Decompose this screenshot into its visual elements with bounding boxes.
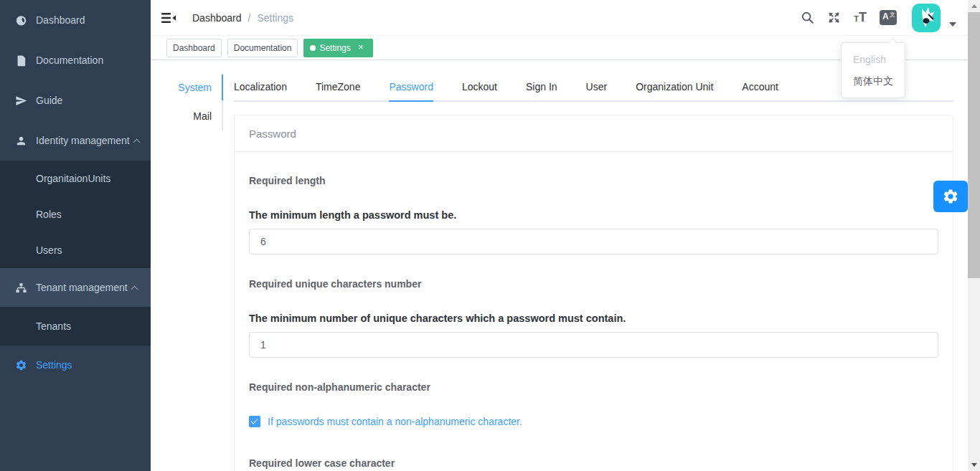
field-label: The minimum number of unique characters … — [249, 313, 938, 324]
required-unique-chars-group: Required unique characters number The mi… — [249, 278, 938, 358]
tab-system[interactable]: System — [151, 73, 223, 102]
gear-icon — [942, 188, 959, 205]
dashboard-icon — [14, 14, 27, 27]
chevron-up-icon — [131, 285, 138, 292]
sitemap-icon — [14, 281, 27, 294]
fullscreen-icon[interactable] — [827, 11, 841, 24]
tab-account[interactable]: Account — [742, 73, 778, 100]
caret-down-icon[interactable] — [949, 22, 956, 27]
tab-organization-unit[interactable]: Organization Unit — [636, 73, 713, 100]
hamburger-fold-icon[interactable] — [151, 0, 187, 35]
sidebar-item-label: Identity management — [36, 135, 130, 146]
breadcrumb-dashboard[interactable]: Dashboard — [192, 12, 242, 24]
sidebar-item-label: Tenant management — [36, 282, 128, 293]
sidebar-item-users[interactable]: Users — [0, 232, 151, 268]
sidebar-item-label: Roles — [36, 209, 62, 220]
tag-documentation[interactable]: Documentation — [227, 39, 298, 57]
lang-option-english[interactable]: English — [842, 49, 905, 70]
tab-lockout[interactable]: Lockout — [462, 73, 497, 100]
breadcrumb-settings: Settings — [257, 12, 293, 24]
header: Dashboard / Settings TT A — [151, 0, 968, 36]
sidebar-item-label: Dashboard — [36, 14, 85, 26]
password-settings-card: Password Required length The minimum len… — [234, 115, 953, 471]
non-alphanumeric-checkbox[interactable] — [249, 416, 260, 427]
active-dot — [310, 45, 316, 51]
sidebar-item-identity-management[interactable]: Identity management — [0, 120, 151, 161]
scrollbar-down-arrow[interactable] — [968, 459, 980, 471]
gear-icon — [14, 358, 27, 371]
avatar[interactable] — [912, 4, 941, 32]
sidebar-item-settings[interactable]: Settings — [0, 346, 151, 384]
tag-settings[interactable]: Settings × — [303, 39, 372, 57]
sidebar-item-tenants[interactable]: Tenants — [0, 307, 151, 346]
required-unique-chars-input[interactable] — [249, 332, 938, 358]
required-lower-case-group: Required lower case character — [249, 457, 938, 469]
close-icon[interactable]: × — [355, 42, 367, 54]
sidebar-item-label: OrganitaionUnits — [36, 173, 110, 184]
sidebar-item-label: Documentation — [36, 54, 103, 66]
translate-icon[interactable]: A 文 — [880, 10, 897, 25]
breadcrumb: Dashboard / Settings — [192, 12, 293, 24]
tab-localization[interactable]: Localization — [234, 73, 287, 100]
sidebar-item-organitaionunits[interactable]: OrganitaionUnits — [0, 161, 151, 196]
settings-category-tabs: System Mail — [151, 73, 223, 130]
user-icon — [14, 134, 27, 147]
guide-icon — [14, 94, 27, 107]
checkbox-label[interactable]: If passwords must contain a non-alphanum… — [268, 416, 522, 427]
group-heading: Required lower case character — [249, 457, 938, 469]
scrollbar-thumb[interactable] — [968, 12, 980, 278]
group-heading: Required length — [249, 175, 938, 186]
sidebar-item-dashboard[interactable]: Dashboard — [0, 0, 151, 40]
tab-timezone[interactable]: TimeZone — [316, 73, 361, 100]
right-panel-settings-button[interactable] — [933, 181, 968, 212]
settings-content: System Mail Localization TimeZone Passwo… — [151, 60, 968, 471]
sidebar-item-label: Tenants — [36, 320, 71, 332]
document-icon — [14, 54, 27, 67]
tab-mail[interactable]: Mail — [151, 102, 223, 130]
group-heading: Required unique characters number — [249, 278, 938, 290]
group-heading: Required non-alphanumeric character — [249, 381, 938, 393]
required-length-group: Required length The minimum length a pas… — [249, 175, 938, 254]
lang-option-chinese[interactable]: 简体中文 — [842, 70, 905, 92]
tab-user[interactable]: User — [586, 73, 608, 100]
font-size-icon[interactable]: TT — [854, 10, 867, 25]
sidebar-item-roles[interactable]: Roles — [0, 196, 151, 232]
language-dropdown: English 简体中文 — [841, 42, 905, 98]
field-label: The minimum length a password must be. — [249, 209, 938, 221]
tab-sign-in[interactable]: Sign In — [526, 73, 557, 100]
tab-password[interactable]: Password — [389, 73, 433, 100]
card-title: Password — [235, 115, 953, 152]
scrollbar-up-arrow[interactable] — [968, 0, 980, 12]
required-length-input[interactable] — [249, 229, 938, 254]
sidebar-item-label: Users — [36, 244, 62, 256]
required-non-alphanumeric-group: Required non-alphanumeric character If p… — [249, 381, 938, 427]
search-icon[interactable] — [801, 11, 814, 24]
tag-dashboard[interactable]: Dashboard — [166, 39, 222, 57]
header-actions: TT A 文 — [794, 4, 968, 32]
sidebar: Dashboard Documentation Guide Identity m… — [0, 0, 151, 471]
sidebar-item-tenant-management[interactable]: Tenant management — [0, 268, 151, 307]
sidebar-item-label: Settings — [36, 359, 72, 371]
chevron-up-icon — [133, 138, 140, 146]
sidebar-item-documentation[interactable]: Documentation — [0, 40, 151, 80]
page-scrollbar — [968, 0, 980, 471]
sidebar-item-guide[interactable]: Guide — [0, 80, 151, 120]
sidebar-item-label: Guide — [36, 95, 62, 106]
breadcrumb-separator: / — [248, 12, 251, 24]
